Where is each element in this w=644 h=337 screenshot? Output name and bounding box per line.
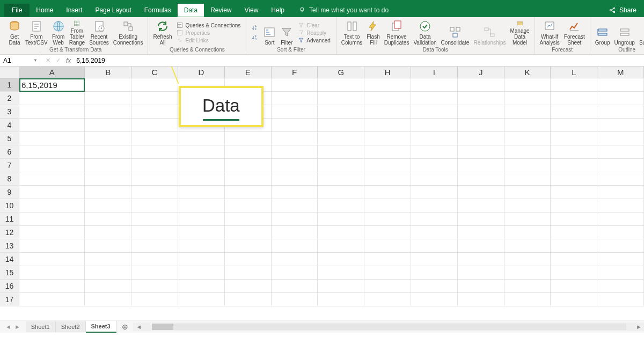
cell[interactable] bbox=[19, 105, 85, 119]
tab-review[interactable]: Review bbox=[204, 4, 238, 17]
select-all-triangle[interactable] bbox=[0, 67, 19, 78]
column-header[interactable]: L bbox=[551, 67, 597, 78]
cell[interactable] bbox=[19, 186, 85, 199]
cell[interactable] bbox=[272, 253, 318, 266]
cell[interactable] bbox=[131, 213, 178, 226]
tab-data[interactable]: Data bbox=[178, 4, 204, 17]
cell[interactable] bbox=[272, 266, 318, 280]
advanced-filter-button[interactable]: Advanced bbox=[298, 37, 330, 43]
cell[interactable] bbox=[272, 132, 318, 145]
cell[interactable] bbox=[597, 266, 644, 280]
cell[interactable] bbox=[458, 105, 504, 119]
cell[interactable] bbox=[225, 293, 272, 306]
cell[interactable] bbox=[19, 132, 85, 145]
tab-formulas[interactable]: Formulas bbox=[138, 4, 178, 17]
cell[interactable] bbox=[364, 159, 411, 172]
cell[interactable] bbox=[551, 199, 597, 213]
cell[interactable]: 6,15,2019 bbox=[19, 78, 85, 92]
from-web-button[interactable]: FromWeb bbox=[50, 19, 67, 47]
cell[interactable] bbox=[318, 293, 364, 306]
cell[interactable] bbox=[364, 132, 411, 145]
cell[interactable] bbox=[85, 105, 131, 119]
cell[interactable] bbox=[458, 145, 504, 159]
cell[interactable] bbox=[19, 213, 85, 226]
cell[interactable] bbox=[551, 239, 597, 253]
cell[interactable] bbox=[458, 239, 504, 253]
cell[interactable] bbox=[411, 253, 458, 266]
cell[interactable] bbox=[225, 239, 272, 253]
cell[interactable] bbox=[364, 119, 411, 132]
cell[interactable] bbox=[597, 78, 644, 92]
cell[interactable] bbox=[131, 266, 178, 280]
chevron-left-icon[interactable]: ◄ bbox=[5, 324, 11, 330]
cell[interactable] bbox=[364, 280, 411, 293]
cell[interactable] bbox=[364, 226, 411, 239]
cell[interactable] bbox=[551, 78, 597, 92]
row-header[interactable]: 10 bbox=[0, 199, 19, 213]
cell[interactable] bbox=[85, 145, 131, 159]
clear-filter-button[interactable]: Clear bbox=[298, 22, 330, 28]
cell[interactable] bbox=[458, 159, 504, 172]
cell[interactable] bbox=[318, 253, 364, 266]
cell[interactable] bbox=[551, 105, 597, 119]
cancel-icon[interactable]: ✕ bbox=[46, 57, 50, 64]
cell[interactable] bbox=[131, 159, 178, 172]
column-header[interactable]: H bbox=[364, 67, 411, 78]
cell[interactable] bbox=[318, 78, 364, 92]
cell[interactable] bbox=[364, 145, 411, 159]
cell[interactable] bbox=[272, 92, 318, 105]
cell[interactable] bbox=[19, 239, 85, 253]
cell[interactable] bbox=[131, 253, 178, 266]
cell[interactable] bbox=[19, 159, 85, 172]
add-sheet-button[interactable]: ⊕ bbox=[116, 323, 134, 331]
cell[interactable] bbox=[19, 199, 85, 213]
cell[interactable] bbox=[19, 145, 85, 159]
cell[interactable] bbox=[597, 253, 644, 266]
cell[interactable] bbox=[178, 186, 225, 199]
cell[interactable] bbox=[411, 78, 458, 92]
data-validation-button[interactable]: DataValidation bbox=[412, 19, 438, 47]
column-header[interactable]: I bbox=[411, 67, 458, 78]
cell[interactable] bbox=[551, 132, 597, 145]
what-if-button[interactable]: What-IfAnalysis bbox=[538, 19, 561, 47]
row-header[interactable]: 15 bbox=[0, 266, 19, 280]
cell[interactable] bbox=[318, 172, 364, 186]
cell[interactable] bbox=[364, 105, 411, 119]
tab-file[interactable]: File bbox=[4, 4, 30, 17]
cell[interactable] bbox=[131, 78, 178, 92]
cell[interactable] bbox=[504, 280, 551, 293]
remove-duplicates-button[interactable]: RemoveDuplicates bbox=[383, 19, 411, 47]
tab-help[interactable]: Help bbox=[265, 4, 291, 17]
cell[interactable] bbox=[504, 239, 551, 253]
cell[interactable] bbox=[597, 226, 644, 239]
cell[interactable] bbox=[19, 280, 85, 293]
forecast-sheet-button[interactable]: ForecastSheet bbox=[562, 19, 587, 47]
cell[interactable] bbox=[597, 159, 644, 172]
existing-connections-button[interactable]: ExistingConnections bbox=[112, 19, 145, 47]
cell[interactable] bbox=[85, 266, 131, 280]
cell[interactable] bbox=[551, 293, 597, 306]
flash-fill-button[interactable]: FlashFill bbox=[365, 19, 381, 47]
cell[interactable] bbox=[225, 266, 272, 280]
cell[interactable] bbox=[318, 119, 364, 132]
cell[interactable] bbox=[225, 199, 272, 213]
cell[interactable] bbox=[504, 78, 551, 92]
cell[interactable] bbox=[272, 280, 318, 293]
from-text-csv-button[interactable]: FromText/CSV bbox=[24, 19, 49, 47]
filter-button[interactable]: Filter bbox=[279, 19, 295, 47]
cell[interactable] bbox=[458, 132, 504, 145]
tab-page-layout[interactable]: Page Layout bbox=[89, 4, 137, 17]
cell[interactable] bbox=[504, 266, 551, 280]
cell[interactable] bbox=[85, 226, 131, 239]
cell[interactable] bbox=[458, 226, 504, 239]
relationships-button[interactable]: Relationships bbox=[472, 19, 507, 47]
cell[interactable] bbox=[318, 92, 364, 105]
cell[interactable] bbox=[131, 226, 178, 239]
cell[interactable] bbox=[504, 105, 551, 119]
cell[interactable] bbox=[85, 280, 131, 293]
cell[interactable] bbox=[131, 132, 178, 145]
cell[interactable] bbox=[272, 119, 318, 132]
cell[interactable] bbox=[551, 92, 597, 105]
cell[interactable] bbox=[318, 132, 364, 145]
cell[interactable] bbox=[85, 293, 131, 306]
